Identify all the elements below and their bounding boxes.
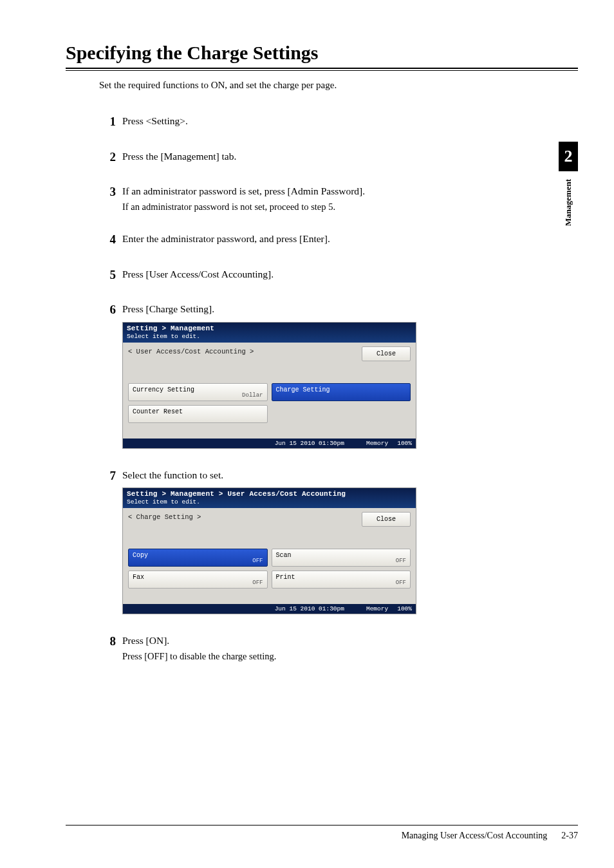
footer-page: 2-37 [561, 831, 578, 841]
step-3: 3 If an administrator password is set, p… [104, 184, 516, 212]
intro-text: Set the required functions to ON, and se… [99, 80, 578, 91]
button-label: Charge Setting [276, 386, 330, 393]
step-4: 4 Enter the administrator password, and … [104, 232, 516, 248]
subtitle: < Charge Setting > [128, 512, 201, 521]
step-6: 6 Press [Charge Setting]. Setting > Mana… [104, 302, 516, 448]
chapter-number: 2 [564, 147, 573, 166]
step-text: Select the function to set. [122, 468, 516, 482]
step-number: 8 [104, 634, 122, 661]
timestamp: Jun 15 2010 01:30pm [275, 605, 344, 612]
memory-value: 100% [397, 440, 412, 447]
step-number: 7 [104, 468, 122, 614]
ui-subheader: < Charge Setting > Close [123, 508, 416, 545]
button-value: Dollar [242, 392, 263, 399]
ui-body: Copy OFF Scan OFF Fax OFF [123, 545, 416, 604]
title-rule [66, 68, 578, 71]
status-bar: Jun 15 2010 01:30pm Memory 100% [123, 439, 416, 448]
ui-subheader: < User Access/Cost Accounting > Close [123, 343, 416, 379]
button-label: Counter Reset [133, 408, 183, 415]
close-button[interactable]: Close [362, 512, 411, 527]
step-text: Press [User Access/Cost Accounting]. [122, 267, 516, 281]
step-text: Enter the administrator password, and pr… [122, 232, 516, 246]
hint-text: Select item to edit. [127, 333, 412, 340]
step-number: 4 [104, 232, 122, 248]
fax-button[interactable]: Fax OFF [128, 571, 268, 589]
step-5: 5 Press [User Access/Cost Accounting]. [104, 267, 516, 283]
button-value: OFF [252, 558, 263, 564]
screenshot-charge-setting-menu: Setting > Management Select item to edit… [122, 322, 416, 449]
step-2: 2 Press the [Management] tab. [104, 149, 516, 165]
counter-reset-button[interactable]: Counter Reset [128, 405, 268, 423]
screenshot-function-select: Setting > Management > User Access/Cost … [122, 487, 416, 614]
currency-setting-button[interactable]: Currency Setting Dollar [128, 383, 268, 401]
button-label: Scan [276, 552, 292, 559]
hint-text: Select item to edit. [127, 498, 412, 505]
close-button[interactable]: Close [362, 346, 411, 361]
step-number: 3 [104, 184, 122, 212]
ui-header: Setting > Management > User Access/Cost … [123, 488, 416, 508]
copy-button[interactable]: Copy OFF [128, 549, 268, 567]
step-text: If an administrator password is set, pre… [122, 184, 516, 198]
chapter-label-vertical: Management [559, 179, 578, 229]
step-1: 1 Press <Setting>. [104, 114, 516, 130]
status-bar: Jun 15 2010 01:30pm Memory 100% [123, 604, 416, 614]
subtitle: < User Access/Cost Accounting > [128, 346, 254, 355]
button-label: Copy [133, 552, 148, 559]
timestamp: Jun 15 2010 01:30pm [275, 440, 344, 447]
step-text: Press [Charge Setting]. [122, 302, 516, 316]
button-value: OFF [396, 558, 406, 564]
ui-header: Setting > Management Select item to edit… [123, 323, 416, 343]
step-number: 6 [104, 302, 122, 448]
step-number: 1 [104, 114, 122, 130]
memory-label: Memory [366, 605, 388, 612]
step-text: Press the [Management] tab. [122, 149, 516, 164]
chapter-tab: 2 [559, 142, 578, 171]
step-number: 2 [104, 149, 122, 165]
charge-setting-button[interactable]: Charge Setting [272, 383, 411, 401]
button-label: Print [276, 574, 295, 581]
memory-label: Memory [366, 440, 388, 447]
step-subtext: If an administrator password is not set,… [122, 202, 516, 212]
memory-value: 100% [397, 605, 412, 612]
breadcrumb: Setting > Management > User Access/Cost … [127, 490, 412, 498]
step-7: 7 Select the function to set. Setting > … [104, 468, 516, 614]
scan-button[interactable]: Scan OFF [272, 549, 411, 567]
button-label: Fax [133, 574, 144, 581]
breadcrumb: Setting > Management [127, 325, 412, 332]
step-number: 5 [104, 267, 122, 283]
footer-section: Managing User Access/Cost Accounting [402, 831, 548, 841]
page-footer: Managing User Access/Cost Accounting 2-3… [66, 825, 578, 841]
step-8: 8 Press [ON]. Press [OFF] to disable the… [104, 634, 516, 661]
button-value: OFF [396, 580, 406, 586]
step-subtext: Press [OFF] to disable the charge settin… [122, 651, 516, 662]
ui-body: Currency Setting Dollar Charge Setting C… [123, 379, 416, 439]
page-title: Specifying the Charge Settings [66, 42, 578, 66]
button-label: Currency Setting [133, 386, 194, 393]
step-text: Press <Setting>. [122, 114, 516, 128]
step-text: Press [ON]. [122, 634, 516, 648]
steps-list: 1 Press <Setting>. 2 Press the [Manageme… [104, 114, 516, 662]
print-button[interactable]: Print OFF [272, 571, 411, 589]
button-value: OFF [252, 580, 263, 586]
